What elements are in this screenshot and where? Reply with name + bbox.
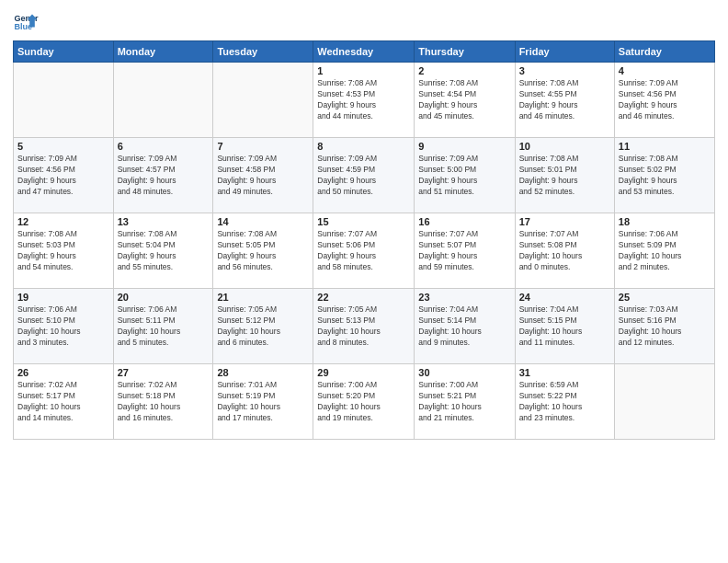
- day-number: 24: [519, 292, 610, 303]
- day-number: 30: [418, 367, 510, 378]
- calendar-day-cell: 16Sunrise: 7:07 AM Sunset: 5:07 PM Dayli…: [415, 213, 515, 289]
- day-number: 10: [519, 141, 610, 152]
- calendar-week-row: 19Sunrise: 7:06 AM Sunset: 5:10 PM Dayli…: [14, 289, 715, 364]
- day-info: Sunrise: 7:07 AM Sunset: 5:08 PM Dayligh…: [519, 229, 610, 273]
- day-number: 27: [118, 367, 210, 378]
- day-number: 31: [519, 367, 610, 378]
- calendar-day-cell: [213, 63, 313, 138]
- day-info: Sunrise: 7:04 AM Sunset: 5:15 PM Dayligh…: [519, 304, 610, 349]
- day-info: Sunrise: 7:09 AM Sunset: 4:57 PM Dayligh…: [118, 154, 210, 198]
- svg-text:Blue: Blue: [14, 22, 32, 31]
- day-info: Sunrise: 7:08 AM Sunset: 4:54 PM Dayligh…: [418, 78, 510, 122]
- day-info: Sunrise: 7:08 AM Sunset: 5:02 PM Dayligh…: [619, 154, 711, 198]
- calendar-day-cell: 2Sunrise: 7:08 AM Sunset: 4:54 PM Daylig…: [415, 63, 515, 138]
- day-info: Sunrise: 7:09 AM Sunset: 4:56 PM Dayligh…: [17, 154, 109, 198]
- calendar-day-cell: 15Sunrise: 7:07 AM Sunset: 5:06 PM Dayli…: [313, 213, 415, 289]
- day-number: 22: [317, 292, 410, 303]
- day-info: Sunrise: 7:02 AM Sunset: 5:18 PM Dayligh…: [118, 380, 210, 424]
- calendar-day-cell: [614, 364, 714, 440]
- calendar-day-cell: 22Sunrise: 7:05 AM Sunset: 5:13 PM Dayli…: [313, 289, 415, 364]
- day-number: 14: [217, 216, 309, 227]
- day-number: 16: [418, 216, 510, 227]
- calendar-day-cell: [14, 63, 114, 138]
- weekday-header: Tuesday: [213, 41, 313, 63]
- calendar-day-cell: 26Sunrise: 7:02 AM Sunset: 5:17 PM Dayli…: [14, 364, 114, 440]
- calendar-day-cell: 25Sunrise: 7:03 AM Sunset: 5:16 PM Dayli…: [614, 289, 714, 364]
- calendar-day-cell: 31Sunrise: 6:59 AM Sunset: 5:22 PM Dayli…: [515, 364, 614, 440]
- day-info: Sunrise: 7:09 AM Sunset: 4:58 PM Dayligh…: [217, 154, 309, 198]
- calendar-week-row: 1Sunrise: 7:08 AM Sunset: 4:53 PM Daylig…: [14, 63, 715, 138]
- day-number: 15: [317, 216, 410, 227]
- calendar-day-cell: 24Sunrise: 7:04 AM Sunset: 5:15 PM Dayli…: [515, 289, 614, 364]
- day-number: 1: [317, 65, 410, 76]
- day-number: 26: [17, 367, 109, 378]
- calendar-week-row: 5Sunrise: 7:09 AM Sunset: 4:56 PM Daylig…: [14, 138, 715, 213]
- day-info: Sunrise: 6:59 AM Sunset: 5:22 PM Dayligh…: [519, 380, 610, 424]
- day-number: 13: [118, 216, 210, 227]
- calendar-week-row: 26Sunrise: 7:02 AM Sunset: 5:17 PM Dayli…: [14, 364, 715, 440]
- day-info: Sunrise: 7:08 AM Sunset: 5:01 PM Dayligh…: [519, 154, 610, 198]
- day-number: 12: [17, 216, 109, 227]
- day-number: 25: [619, 292, 711, 303]
- page-container: General Blue SundayMondayTuesdayWednesda…: [0, 0, 728, 447]
- day-number: 11: [619, 141, 711, 152]
- calendar-day-cell: 6Sunrise: 7:09 AM Sunset: 4:57 PM Daylig…: [113, 138, 213, 213]
- calendar-day-cell: 4Sunrise: 7:09 AM Sunset: 4:56 PM Daylig…: [614, 63, 714, 138]
- calendar-day-cell: 8Sunrise: 7:09 AM Sunset: 4:59 PM Daylig…: [313, 138, 415, 213]
- calendar-day-cell: 17Sunrise: 7:07 AM Sunset: 5:08 PM Dayli…: [515, 213, 614, 289]
- day-number: 20: [118, 292, 210, 303]
- calendar-day-cell: 11Sunrise: 7:08 AM Sunset: 5:02 PM Dayli…: [614, 138, 714, 213]
- day-number: 28: [217, 367, 309, 378]
- calendar-day-cell: 13Sunrise: 7:08 AM Sunset: 5:04 PM Dayli…: [113, 213, 213, 289]
- day-info: Sunrise: 7:03 AM Sunset: 5:16 PM Dayligh…: [619, 304, 711, 349]
- day-number: 23: [418, 292, 510, 303]
- weekday-header: Saturday: [614, 41, 714, 63]
- calendar-day-cell: 28Sunrise: 7:01 AM Sunset: 5:19 PM Dayli…: [213, 364, 313, 440]
- day-info: Sunrise: 7:08 AM Sunset: 5:04 PM Dayligh…: [118, 229, 210, 273]
- day-info: Sunrise: 7:09 AM Sunset: 5:00 PM Dayligh…: [418, 154, 510, 198]
- day-number: 2: [418, 65, 510, 76]
- day-info: Sunrise: 7:04 AM Sunset: 5:14 PM Dayligh…: [418, 304, 510, 349]
- calendar-week-row: 12Sunrise: 7:08 AM Sunset: 5:03 PM Dayli…: [14, 213, 715, 289]
- logo-icon: General Blue: [13, 9, 39, 35]
- calendar-table: SundayMondayTuesdayWednesdayThursdayFrid…: [13, 40, 715, 440]
- day-number: 8: [317, 141, 410, 152]
- calendar-day-cell: 1Sunrise: 7:08 AM Sunset: 4:53 PM Daylig…: [313, 63, 415, 138]
- day-info: Sunrise: 7:00 AM Sunset: 5:20 PM Dayligh…: [317, 380, 410, 424]
- calendar-day-cell: 20Sunrise: 7:06 AM Sunset: 5:11 PM Dayli…: [113, 289, 213, 364]
- calendar-day-cell: 9Sunrise: 7:09 AM Sunset: 5:00 PM Daylig…: [415, 138, 515, 213]
- day-number: 29: [317, 367, 410, 378]
- day-info: Sunrise: 7:08 AM Sunset: 4:53 PM Dayligh…: [317, 78, 410, 122]
- day-number: 3: [519, 65, 610, 76]
- header: General Blue: [13, 9, 715, 35]
- calendar-day-cell: 12Sunrise: 7:08 AM Sunset: 5:03 PM Dayli…: [14, 213, 114, 289]
- calendar-header-row: SundayMondayTuesdayWednesdayThursdayFrid…: [14, 41, 715, 63]
- day-info: Sunrise: 7:07 AM Sunset: 5:06 PM Dayligh…: [317, 229, 410, 273]
- day-info: Sunrise: 7:09 AM Sunset: 4:59 PM Dayligh…: [317, 154, 410, 198]
- day-info: Sunrise: 7:05 AM Sunset: 5:13 PM Dayligh…: [317, 304, 410, 349]
- calendar-day-cell: 27Sunrise: 7:02 AM Sunset: 5:18 PM Dayli…: [113, 364, 213, 440]
- day-info: Sunrise: 7:09 AM Sunset: 4:56 PM Dayligh…: [619, 78, 711, 122]
- logo: General Blue: [13, 9, 39, 35]
- weekday-header: Monday: [113, 41, 213, 63]
- weekday-header: Sunday: [14, 41, 114, 63]
- day-number: 19: [17, 292, 109, 303]
- calendar-day-cell: 10Sunrise: 7:08 AM Sunset: 5:01 PM Dayli…: [515, 138, 614, 213]
- calendar-day-cell: 5Sunrise: 7:09 AM Sunset: 4:56 PM Daylig…: [14, 138, 114, 213]
- day-info: Sunrise: 7:05 AM Sunset: 5:12 PM Dayligh…: [217, 304, 309, 349]
- day-info: Sunrise: 7:06 AM Sunset: 5:09 PM Dayligh…: [619, 229, 711, 273]
- day-info: Sunrise: 7:01 AM Sunset: 5:19 PM Dayligh…: [217, 380, 309, 424]
- calendar-day-cell: 30Sunrise: 7:00 AM Sunset: 5:21 PM Dayli…: [415, 364, 515, 440]
- day-number: 17: [519, 216, 610, 227]
- calendar-day-cell: 18Sunrise: 7:06 AM Sunset: 5:09 PM Dayli…: [614, 213, 714, 289]
- calendar-day-cell: 23Sunrise: 7:04 AM Sunset: 5:14 PM Dayli…: [415, 289, 515, 364]
- calendar-day-cell: 29Sunrise: 7:00 AM Sunset: 5:20 PM Dayli…: [313, 364, 415, 440]
- day-info: Sunrise: 7:06 AM Sunset: 5:10 PM Dayligh…: [17, 304, 109, 349]
- day-number: 18: [619, 216, 711, 227]
- day-info: Sunrise: 7:00 AM Sunset: 5:21 PM Dayligh…: [418, 380, 510, 424]
- day-number: 5: [17, 141, 109, 152]
- day-number: 4: [619, 65, 711, 76]
- calendar-day-cell: 14Sunrise: 7:08 AM Sunset: 5:05 PM Dayli…: [213, 213, 313, 289]
- day-info: Sunrise: 7:08 AM Sunset: 5:05 PM Dayligh…: [217, 229, 309, 273]
- day-info: Sunrise: 7:06 AM Sunset: 5:11 PM Dayligh…: [118, 304, 210, 349]
